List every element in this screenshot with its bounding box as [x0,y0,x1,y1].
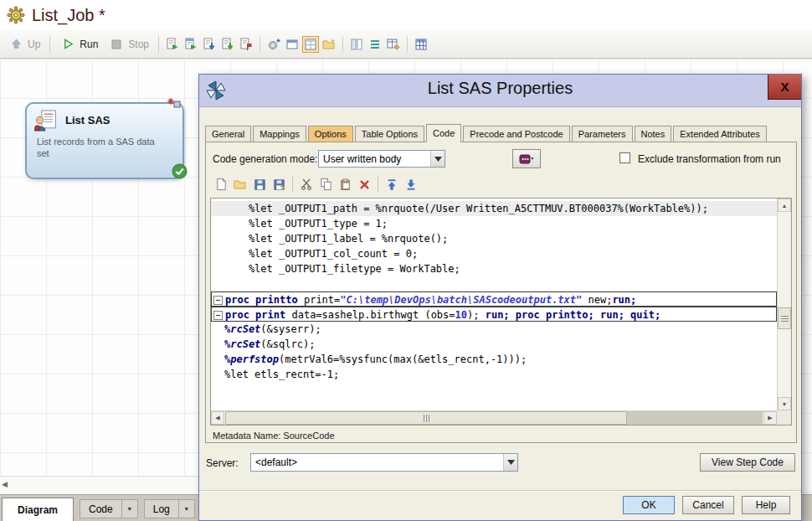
table-edit-icon[interactable] [385,36,402,53]
data-table-icon[interactable] [413,36,429,53]
code-line[interactable]: proc print data=sashelp.birthwgt (obs=10… [211,307,777,322]
code-line[interactable]: %rcSet(&sqlrc); [211,337,777,352]
tab-code[interactable]: Code ▼ [80,499,138,518]
up-button[interactable]: Up [3,34,44,54]
tab-code[interactable]: Code [426,124,461,142]
code-line[interactable]: %rcSet(&syserr); [211,322,777,337]
new-folder-icon[interactable] [321,36,337,53]
chevron-down-icon [503,454,517,471]
code-horizontal-scrollbar[interactable]: ◀ ▶ [211,410,777,425]
window-properties-icon[interactable] [284,36,301,53]
stop-button[interactable]: Stop [104,34,153,54]
new-file-icon[interactable] [213,176,229,193]
tab-general[interactable]: General [205,126,251,142]
fold-toggle-icon[interactable] [212,307,225,321]
chevron-down-icon[interactable]: ▼ [179,499,195,518]
page-flag-icon[interactable] [238,36,254,53]
delete-icon[interactable] [356,176,373,193]
details-pane-icon[interactable] [302,36,319,53]
save-as-icon[interactable] [270,176,287,193]
page-run-icon[interactable] [164,36,181,53]
tab-precode-postcode[interactable]: Precode and Postcode [463,126,569,142]
move-up-icon[interactable] [383,176,400,193]
application-window: List_Job * Up Run Stop [0,0,812,521]
code-editor[interactable]: %let _OUTPUT1_path = %nrquote(/User Writ… [210,198,792,426]
job-gear-icon [7,6,25,24]
node-success-check-icon [172,163,188,183]
code-generation-row: Code generation mode: User written body … [213,149,789,169]
code-line-text: %let _OUTPUT1_col_count = 0; [224,246,418,261]
vertical-scroll-thumb[interactable] [778,307,791,329]
tab-options[interactable]: Options [308,126,353,142]
code-line[interactable]: %let etls_recnt=-1; [211,367,777,382]
list-view-icon[interactable] [367,36,383,53]
code-line[interactable]: %perfstop(metrVal6=%sysfunc(max(&etls_re… [211,352,777,367]
code-line-text: proc printto print="C:\temp\DevOps\batch… [225,292,636,306]
dialog-titlebar: List SAS Properties X [199,75,801,107]
code-vertical-scrollbar[interactable]: ▲ ▼ [777,199,791,410]
help-button-label: Help [756,499,777,511]
scroll-left-icon[interactable]: ◀ [2,480,8,488]
editor-menu-button[interactable] [512,149,541,168]
tab-extended-attributes[interactable]: Extended Attributes [673,126,766,142]
code-gutter [211,367,224,382]
code-line[interactable]: proc printto print="C:\temp\DevOps\batch… [211,291,777,307]
help-button[interactable]: Help [742,496,790,514]
server-dropdown[interactable]: <default> [250,453,518,472]
tab-diagram[interactable]: Diagram [2,498,74,521]
code-editor-lines[interactable]: %let _OUTPUT1_path = %nrquote(/User Writ… [211,199,777,410]
copy-icon[interactable] [317,176,334,193]
ok-button[interactable]: OK [623,496,675,514]
canvas-horizontal-scrollbar[interactable]: ◀ [0,476,198,494]
tab-mappings[interactable]: Mappings [253,126,306,142]
page-step-down-icon[interactable] [201,36,218,53]
toolbar-separator [260,36,260,53]
move-down-icon[interactable] [403,176,419,193]
exclude-transformation-checkbox[interactable] [619,152,630,163]
horizontal-scroll-thumb[interactable] [225,411,627,425]
columns-layout-icon[interactable] [348,36,365,53]
chevron-down-icon[interactable]: ▼ [122,499,138,518]
code-gutter [211,276,224,291]
code-line[interactable]: %let _OUTPUT1_type = 1; [211,216,777,231]
fold-toggle-icon[interactable] [212,292,225,306]
save-icon[interactable] [251,176,268,193]
run-button[interactable]: Run [55,34,102,54]
code-line[interactable]: %let _OUTPUT1_col_count = 0; [211,246,777,261]
scroll-down-icon[interactable]: ▼ [778,397,791,410]
gear-plus-icon[interactable] [265,36,282,53]
main-toolbar: Up Run Stop [0,30,812,59]
tab-notes[interactable]: Notes [635,126,672,142]
code-line[interactable]: %let _OUTPUT1_filetype = WorkTable; [211,261,777,276]
tab-log[interactable]: Log ▼ [144,499,195,518]
close-button[interactable]: X [768,75,801,100]
node-description: List records from a SAS data set [37,136,161,159]
page-run-from-icon[interactable] [182,36,199,53]
metadata-name-label: Metadata Name: SourceCode [213,431,335,441]
window-title: List_Job * [32,6,105,25]
tab-parameters[interactable]: Parameters [572,126,633,142]
scroll-left-icon[interactable]: ◀ [211,411,224,425]
cut-icon[interactable] [298,176,315,193]
scroll-track[interactable] [627,411,763,425]
list-sas-properties-dialog: List SAS Properties X General Mappings O… [198,74,802,521]
view-step-code-button[interactable]: View Step Code [700,453,795,472]
list-sas-transformation-icon [33,110,59,136]
code-line-text: %rcSet(&sqlrc); [224,337,315,352]
cancel-button[interactable]: Cancel [682,496,734,514]
tab-diagram-label: Diagram [18,504,58,516]
scroll-right-icon[interactable]: ▶ [763,411,777,425]
list-sas-node[interactable]: List SAS List records from a SAS data se… [25,102,184,179]
open-file-icon[interactable] [232,176,249,193]
code-line[interactable]: %let _OUTPUT1_label = %nrquote(); [211,231,777,246]
tab-table-options[interactable]: Table Options [355,126,424,142]
code-line[interactable] [211,276,777,291]
scroll-up-icon[interactable]: ▲ [778,199,791,212]
node-title: List SAS [65,114,110,126]
codegen-dropdown[interactable]: User written body [318,150,445,168]
code-line[interactable]: %let _OUTPUT1_path = %nrquote(/User Writ… [211,201,777,216]
code-gutter [211,337,224,352]
exclude-label: Exclude transformation from run [638,153,781,165]
page-step-green-icon[interactable] [219,36,236,53]
paste-icon[interactable] [337,176,353,193]
